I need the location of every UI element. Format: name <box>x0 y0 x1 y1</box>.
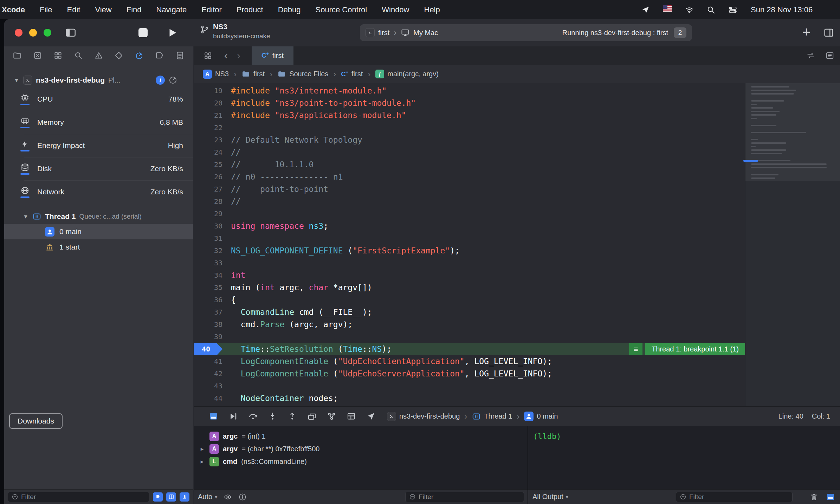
line-number[interactable]: 31 <box>194 232 222 245</box>
debug-crumb-0-main[interactable]: 0 main <box>524 412 558 421</box>
wifi-icon[interactable] <box>685 5 694 14</box>
line-number[interactable]: 26 <box>194 171 222 183</box>
stack-frame-row[interactable]: 0 main <box>4 224 193 239</box>
line-number[interactable]: 32 <box>194 245 222 257</box>
line-number[interactable]: 43 <box>194 380 222 392</box>
line-number[interactable]: 44 <box>194 392 222 405</box>
line-number[interactable]: 23 <box>194 134 222 146</box>
trash-icon[interactable] <box>810 493 818 501</box>
tests-navigator-icon[interactable] <box>114 51 123 60</box>
line-number[interactable]: 34 <box>194 269 222 282</box>
console-filter-input[interactable]: Filter <box>676 492 793 502</box>
issues-navigator-icon[interactable] <box>94 51 103 60</box>
forward-chevron-icon[interactable]: › <box>237 50 240 61</box>
line-number[interactable]: 35 <box>194 282 222 294</box>
line-number[interactable]: 25 <box>194 159 222 171</box>
app-icon[interactable] <box>641 5 650 14</box>
menu-product[interactable]: Product <box>229 5 271 14</box>
menu-view[interactable]: View <box>88 5 119 14</box>
debug-navigator-icon[interactable] <box>135 51 144 60</box>
disclosure-open-icon[interactable]: ▾ <box>22 213 29 220</box>
menu-xcode[interactable]: Xcode <box>0 5 32 14</box>
debug-crumb-ns3-dev-first-debug[interactable]: ns3-dev-first-debug <box>387 412 460 421</box>
memory-graph-icon[interactable] <box>322 412 341 421</box>
zoom-window-button[interactable] <box>44 29 51 37</box>
jumpbar-item-main-argc-argv-[interactable]: ƒmain(argc, argv) <box>375 70 439 78</box>
menu-editor[interactable]: Editor <box>194 5 229 14</box>
variable-row[interactable]: ▸Lcmd(ns3::CommandLine) <box>194 455 528 468</box>
console-scope-popup[interactable]: All Output ▾ <box>532 493 568 501</box>
disclosure-open-icon[interactable]: ▾ <box>13 76 20 84</box>
find-navigator-icon[interactable] <box>74 51 83 60</box>
menu-help[interactable]: Help <box>417 5 447 14</box>
line-number[interactable]: 21 <box>194 109 222 122</box>
menu-source-control[interactable]: Source Control <box>308 5 375 14</box>
disclosure-collapsed-icon[interactable]: ▸ <box>199 445 206 453</box>
process-row[interactable]: ▾ ns3-dev-first-debug Pl... i <box>4 73 193 88</box>
keyboard-flag-icon[interactable] <box>663 5 672 14</box>
menu-navigate[interactable]: Navigate <box>149 5 194 14</box>
gauge-row-network[interactable]: NetworkZero KB/s <box>4 180 193 203</box>
gauge-row-energy[interactable]: Energy ImpactHigh <box>4 134 193 157</box>
toggle-people-icon[interactable] <box>180 492 189 502</box>
console-pane-toggle-icon[interactable] <box>825 492 836 502</box>
breakpoint-annotation[interactable]: Thread 1: breakpoint 1.1 (1) <box>645 343 745 355</box>
source-control-navigator-icon[interactable] <box>33 51 42 60</box>
gauge-icon[interactable] <box>168 76 177 85</box>
control-center-icon[interactable] <box>728 5 737 14</box>
line-number[interactable]: 37 <box>194 306 222 318</box>
variable-row[interactable]: Aargc= (int) 1 <box>194 430 528 442</box>
toggle-breakpoints-icon[interactable] <box>153 492 163 502</box>
navigator-filter-input[interactable]: Filter <box>8 492 149 502</box>
disclosure-collapsed-icon[interactable]: ▸ <box>199 458 206 465</box>
line-number[interactable]: 19 <box>194 85 222 97</box>
reports-navigator-icon[interactable] <box>175 51 185 60</box>
scheme-target[interactable]: first <box>378 29 389 37</box>
symbols-navigator-icon[interactable] <box>53 51 63 60</box>
line-number[interactable]: 42 <box>194 368 222 380</box>
console-output[interactable]: (lldb) <box>528 426 840 489</box>
simulate-location-icon[interactable] <box>361 412 381 421</box>
line-number[interactable]: 39 <box>194 331 222 343</box>
minimap[interactable] <box>745 83 840 406</box>
breakpoints-navigator-icon[interactable] <box>155 51 164 60</box>
variable-row[interactable]: ▸Aargv= (char **) 0x7ffeefbff500 <box>194 442 528 455</box>
gauge-row-cpu[interactable]: CPU78% <box>4 88 193 111</box>
breakpoint-actions-icon[interactable]: ≡ <box>629 343 642 355</box>
search-icon[interactable] <box>706 5 716 14</box>
scheme-activity-bar[interactable]: first › My Mac Running ns3-dev-first-deb… <box>360 24 692 41</box>
scheme-destination[interactable]: My Mac <box>413 29 438 37</box>
step-over-icon[interactable] <box>243 412 263 421</box>
debug-area-toggle-icon[interactable] <box>203 412 223 421</box>
jumpbar-item-ns3[interactable]: ANS3 <box>203 70 229 79</box>
jumpbar-item-first[interactable]: first <box>241 70 265 78</box>
info-icon[interactable]: i <box>156 76 165 85</box>
line-number[interactable]: 30 <box>194 220 222 232</box>
menu-edit[interactable]: Edit <box>59 5 88 14</box>
jumpbar-item-source-files[interactable]: Source Files <box>277 70 328 78</box>
instruction-pointer-line-number[interactable]: 40 <box>194 343 222 355</box>
gauge-row-memory[interactable]: Memory6,8 MB <box>4 111 193 134</box>
variables-filter-input[interactable]: Filter <box>405 492 524 502</box>
stack-frame-row[interactable]: 1 start <box>4 239 193 255</box>
line-number[interactable]: 24 <box>194 146 222 159</box>
toggle-columns-icon[interactable] <box>166 492 176 502</box>
menu-find[interactable]: Find <box>119 5 149 14</box>
continue-icon[interactable] <box>223 412 243 421</box>
jumpbar-item-first[interactable]: C+first <box>341 70 363 78</box>
stop-button[interactable] <box>138 28 148 37</box>
view-hierarchy-icon[interactable] <box>302 412 322 421</box>
line-number[interactable]: 33 <box>194 257 222 269</box>
menu-file[interactable]: File <box>32 5 59 14</box>
line-number[interactable]: 41 <box>194 355 222 368</box>
line-number[interactable]: 22 <box>194 122 222 134</box>
menu-debug[interactable]: Debug <box>271 5 308 14</box>
navigator-toggle-icon[interactable] <box>65 27 77 38</box>
minimize-window-button[interactable] <box>29 29 37 37</box>
project-navigator-icon[interactable] <box>13 51 22 60</box>
line-number[interactable]: 27 <box>194 183 222 195</box>
menu-window[interactable]: Window <box>374 5 416 14</box>
menubar-clock[interactable]: Sun 28 Nov 13:06 <box>751 5 813 14</box>
thread-row[interactable]: ▾ Thread 1 Queue: c...ad (serial) <box>4 209 193 224</box>
line-number[interactable]: 36 <box>194 294 222 306</box>
